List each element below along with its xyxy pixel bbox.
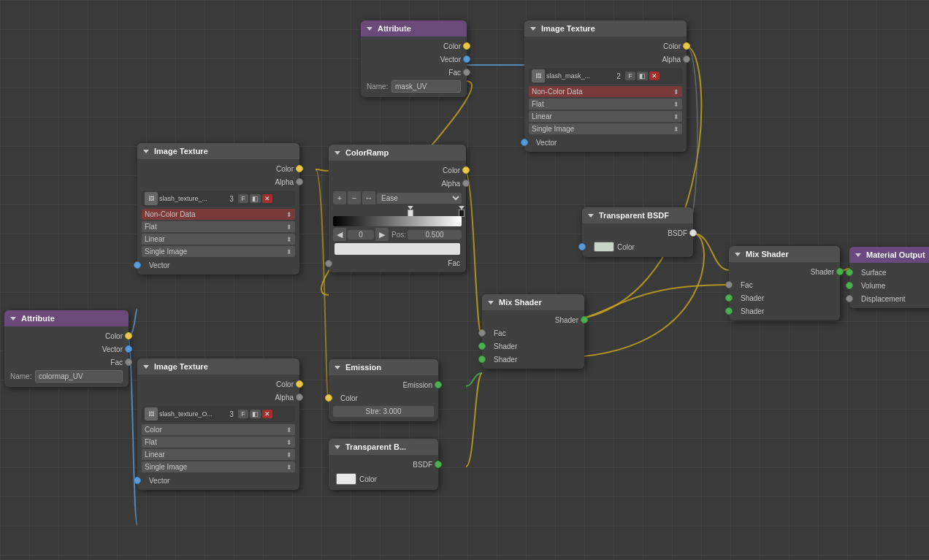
node-header-img-top[interactable]: Image Texture bbox=[524, 20, 687, 37]
ramp-alpha-out-socket[interactable] bbox=[462, 180, 470, 187]
mix-right-shader2-label: Shader bbox=[741, 307, 764, 315]
node-header-colorramp[interactable]: ColorRamp bbox=[329, 145, 466, 161]
attr-bottom-name-value[interactable]: colormap_UV bbox=[35, 370, 123, 383]
collapse-icon-img-top bbox=[530, 27, 536, 31]
node-header-img-bottom[interactable]: Image Texture bbox=[137, 358, 299, 375]
node-header-trans-bottom[interactable]: Transparent B... bbox=[329, 439, 438, 455]
img-bottom-tex-f-btn[interactable]: F bbox=[238, 410, 248, 418]
trans-bottom-bsdf-socket[interactable] bbox=[435, 461, 442, 468]
img-top-tex-f-btn[interactable]: F bbox=[625, 72, 635, 80]
img-top-tex-num: 2 bbox=[613, 72, 624, 80]
img-bottom-color-row: Color bbox=[137, 377, 299, 391]
img-top-alpha-socket[interactable] bbox=[683, 55, 690, 63]
img-bottom-source-select[interactable]: Single Image bbox=[142, 461, 295, 472]
mat-out-displacement-socket[interactable] bbox=[846, 295, 853, 302]
node-header-material-output[interactable]: Material Output bbox=[849, 247, 929, 263]
attr-bottom-fac-socket[interactable] bbox=[125, 358, 132, 366]
img-left-source-select[interactable]: Single Image bbox=[142, 246, 295, 257]
collapse-icon-img-bottom bbox=[143, 365, 149, 369]
ramp-add-btn[interactable]: + bbox=[333, 191, 346, 204]
emission-color-socket-in[interactable] bbox=[325, 394, 332, 402]
img-top-tex-remove-btn[interactable]: ✕ bbox=[649, 72, 660, 80]
ramp-idx-value[interactable]: 0 bbox=[348, 230, 374, 239]
img-left-projection-select[interactable]: Flat bbox=[142, 221, 295, 232]
img-bottom-alpha-socket[interactable] bbox=[296, 394, 303, 401]
ramp-marker-1[interactable] bbox=[408, 206, 413, 217]
mix-right-shader1-socket-in[interactable] bbox=[725, 294, 733, 302]
node-header-trans-top[interactable]: Transparent BSDF bbox=[582, 207, 693, 223]
img-left-tex-remove-btn[interactable]: ✕ bbox=[262, 194, 272, 203]
img-bottom-vector-label: Vector bbox=[149, 477, 169, 485]
img-top-source-select[interactable]: Single Image bbox=[529, 123, 682, 134]
img-left-alpha-socket[interactable] bbox=[296, 178, 303, 185]
node-header-img-left[interactable]: Image Texture bbox=[137, 143, 299, 159]
img-bottom-projection-select[interactable]: Flat bbox=[142, 437, 295, 448]
mix-top-shader1-socket-in[interactable] bbox=[478, 342, 486, 350]
node-header-mix-top[interactable]: Mix Shader bbox=[482, 294, 584, 310]
mix-right-shader-out-label: Shader bbox=[811, 268, 834, 276]
collapse-icon-emission bbox=[334, 366, 340, 369]
trans-top-bsdf-socket[interactable] bbox=[689, 229, 697, 237]
emission-strength-slider[interactable]: Stre: 3.000 bbox=[333, 406, 434, 417]
node-material-output: Material Output Surface Volume Displacem… bbox=[849, 247, 929, 308]
ramp-remove-btn[interactable]: − bbox=[348, 191, 361, 204]
img-bottom-vector-socket-in[interactable] bbox=[134, 477, 141, 484]
collapse-icon-attr-bottom bbox=[10, 317, 16, 321]
img-top-projection-select[interactable]: Flat bbox=[529, 99, 682, 110]
img-bottom-color-socket[interactable] bbox=[296, 380, 303, 388]
attr-top-vector-socket[interactable] bbox=[463, 55, 470, 63]
img-left-colorspace-select[interactable]: Non-Color Data bbox=[142, 209, 295, 220]
img-top-interpolation-select[interactable]: Linear bbox=[529, 111, 682, 122]
ramp-fac-socket-in[interactable] bbox=[325, 260, 332, 267]
mat-out-volume-socket[interactable] bbox=[846, 282, 853, 289]
mix-right-fac-socket-in[interactable] bbox=[725, 281, 733, 288]
node-header-emission[interactable]: Emission bbox=[329, 359, 438, 375]
ramp-flip-btn[interactable]: ↔ bbox=[362, 191, 375, 204]
mat-out-surface-socket[interactable] bbox=[846, 269, 853, 276]
img-bottom-tex-browse-btn[interactable]: ◧ bbox=[250, 410, 261, 418]
img-bottom-tex-remove-btn[interactable]: ✕ bbox=[262, 410, 272, 418]
mix-top-fac-in-row: Fac bbox=[482, 326, 584, 340]
attr-bottom-color-row: Color bbox=[4, 329, 129, 342]
img-top-tex-browse-btn[interactable]: ◧ bbox=[637, 72, 648, 80]
attr-top-fac-socket[interactable] bbox=[463, 69, 470, 76]
img-left-vector-socket-in[interactable] bbox=[134, 261, 141, 269]
mix-top-shader2-socket-in[interactable] bbox=[478, 356, 486, 363]
img-left-tex-name: slash_texture_... bbox=[159, 195, 225, 202]
mix-right-shader2-socket-in[interactable] bbox=[725, 307, 733, 315]
node-header-mix-right[interactable]: Mix Shader bbox=[729, 246, 840, 262]
node-header-attribute-bottom[interactable]: Attribute bbox=[4, 310, 129, 326]
node-header-attribute-top[interactable]: Attribute bbox=[361, 20, 467, 37]
img-top-alpha-label: Alpha bbox=[662, 55, 681, 64]
ramp-idx-next-btn[interactable]: ▶ bbox=[375, 228, 389, 241]
ramp-mode-select[interactable]: Ease bbox=[377, 193, 462, 204]
img-top-vector-socket-in[interactable] bbox=[521, 139, 528, 146]
attr-top-name-value[interactable]: mask_UV bbox=[391, 80, 461, 93]
trans-bottom-color-swatch[interactable] bbox=[336, 473, 356, 485]
mix-top-shader-out-socket[interactable] bbox=[581, 316, 588, 323]
emission-out-socket[interactable] bbox=[435, 381, 442, 388]
ramp-idx-prev-btn[interactable]: ◀ bbox=[333, 228, 346, 241]
attr-bottom-vector-socket[interactable] bbox=[125, 345, 132, 353]
img-bottom-interpolation-select[interactable]: Linear bbox=[142, 449, 295, 460]
img-left-interpolation-select[interactable]: Linear bbox=[142, 234, 295, 245]
node-color-ramp: ColorRamp Color Alpha + − ↔ Ease bbox=[329, 145, 466, 272]
trans-top-color-socket-in[interactable] bbox=[578, 243, 586, 250]
img-top-color-label: Color bbox=[663, 42, 681, 50]
node-mix-shader-top: Mix Shader Shader Fac Shader Shader bbox=[482, 294, 584, 369]
attr-top-color-socket[interactable] bbox=[463, 42, 470, 50]
trans-top-color-swatch[interactable] bbox=[594, 242, 614, 252]
img-left-tex-browse-btn[interactable]: ◧ bbox=[250, 194, 261, 203]
attr-bottom-color-socket[interactable] bbox=[125, 332, 132, 340]
mix-top-fac-socket-in[interactable] bbox=[478, 329, 486, 337]
mix-right-shader-out-socket[interactable] bbox=[836, 268, 844, 275]
ramp-pos-value[interactable]: 0.500 bbox=[408, 230, 462, 239]
img-top-color-socket[interactable] bbox=[683, 42, 690, 50]
ramp-color-out-socket[interactable] bbox=[462, 166, 470, 174]
img-left-color-socket[interactable] bbox=[296, 165, 303, 172]
attr-top-name-label: Name: bbox=[367, 83, 389, 91]
img-left-tex-f-btn[interactable]: F bbox=[238, 194, 248, 203]
ramp-marker-2[interactable] bbox=[459, 206, 464, 217]
img-top-colorspace-select[interactable]: Non-Color Data bbox=[529, 86, 682, 97]
img-bottom-colorspace-select[interactable]: Color bbox=[142, 424, 295, 435]
